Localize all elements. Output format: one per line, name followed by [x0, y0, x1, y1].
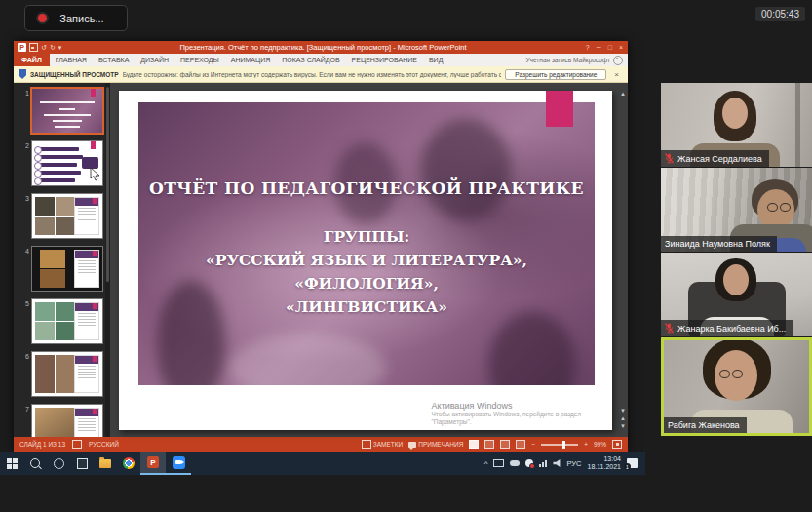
tab-slideshow[interactable]: ПОКАЗ СЛАЙДОВ: [276, 54, 345, 66]
volume-tray-icon[interactable]: [553, 459, 561, 467]
zoom-in-icon[interactable]: +: [584, 441, 588, 448]
accent-chip: [91, 141, 96, 149]
thumbnail-number: 2: [14, 141, 32, 185]
folder-icon: [99, 459, 111, 468]
normal-view-button[interactable]: [469, 440, 479, 449]
powerpoint-logo-icon[interactable]: P: [18, 43, 26, 52]
redo-icon[interactable]: ↻: [50, 43, 56, 52]
tray-expand-icon[interactable]: ^: [484, 459, 488, 468]
fit-to-window-icon[interactable]: [612, 440, 622, 449]
zoom-taskbar-button[interactable]: [166, 452, 191, 475]
scroll-down-icon[interactable]: ▼: [620, 408, 626, 414]
mouse-cursor: [90, 167, 100, 181]
task-view-icon: [77, 458, 88, 469]
powerpoint-workspace: 1 2: [14, 83, 628, 437]
slide-accent-rectangle: [546, 91, 573, 127]
slide-thumbnail-7[interactable]: [32, 405, 102, 437]
account-menu[interactable]: Учетная запись Майкрософт: [525, 54, 628, 66]
slide-thumbnail-5[interactable]: [32, 299, 102, 343]
slide-counter: СЛАЙД 1 ИЗ 13: [19, 441, 65, 448]
recording-indicator[interactable]: Запись...: [24, 5, 128, 31]
slide-thumbnail-6[interactable]: [32, 352, 102, 396]
language-indicator[interactable]: РУССКИЙ: [89, 441, 119, 448]
warning-close-icon[interactable]: ×: [610, 70, 623, 79]
search-icon: [30, 458, 40, 468]
notification-badge: 1: [624, 463, 631, 470]
recording-tray-icon[interactable]: [525, 459, 533, 467]
display-tray-icon[interactable]: [493, 459, 504, 467]
qat-dropdown-icon[interactable]: ▾: [58, 43, 62, 52]
tab-transitions[interactable]: ПЕРЕХОДЫ: [174, 54, 225, 66]
slide-thumbnail-4[interactable]: [32, 247, 102, 291]
save-icon[interactable]: [29, 43, 38, 52]
protected-view-message: Будьте осторожны: файлы из Интернета мог…: [123, 71, 502, 78]
input-language[interactable]: РУС: [566, 459, 581, 468]
taskbar-date: 18.11.2021: [587, 463, 621, 472]
maximize-button[interactable]: □: [608, 44, 612, 51]
powerpoint-window: P ↺ ↻ ▾ Презентация. Отчёт по педпрактик…: [14, 41, 628, 452]
notification-center-icon[interactable]: 1: [627, 458, 638, 468]
participant-video-3[interactable]: Жанарка Бакибаевна Иб...: [661, 253, 812, 336]
taskbar-search-button[interactable]: [23, 452, 47, 475]
enable-editing-button[interactable]: Разрешить редактирование: [505, 69, 606, 80]
tab-home[interactable]: ГЛАВНАЯ: [50, 54, 93, 66]
powerpoint-icon: P: [147, 456, 159, 468]
participant-name-label: Зинаида Наумовна Поляк: [661, 236, 777, 252]
undo-icon[interactable]: ↺: [41, 43, 47, 52]
network-tray-icon[interactable]: [539, 460, 547, 467]
thumbnail-number: 7: [14, 405, 32, 437]
minimize-button[interactable]: ─: [597, 44, 601, 51]
participant-video-2[interactable]: Зинаида Наумовна Поляк: [661, 168, 812, 252]
comments-toggle[interactable]: ПРИМЕЧАНИЯ: [408, 441, 463, 448]
tab-design[interactable]: ДИЗАЙН: [135, 54, 174, 66]
cloud-tray-icon[interactable]: [510, 460, 520, 466]
zoom-level[interactable]: 99%: [594, 441, 606, 448]
cortana-button[interactable]: [47, 452, 70, 475]
status-bar: СЛАЙД 1 ИЗ 13 РУССКИЙ ЗАМЕТКИ ПРИМЕЧАНИЯ…: [14, 437, 628, 452]
zoom-out-icon[interactable]: −: [531, 441, 535, 448]
shield-icon: [19, 69, 26, 79]
cortana-icon: [54, 458, 64, 469]
current-slide: ОТЧЁТ ПО ПЕДАГОГИЧЕСКОЙ ПРАКТИКЕ ГРУППЫ:…: [119, 91, 612, 430]
muted-mic-icon: [665, 323, 674, 334]
zoom-meeting-window: Запись... 00:05:43 P ↺ ↻ ▾ Презентация. …: [0, 0, 812, 512]
participant-name-label: Жансая Сердалиева: [661, 150, 769, 167]
spellcheck-icon[interactable]: [72, 440, 82, 449]
tab-file[interactable]: ФАЙЛ: [14, 54, 50, 66]
taskbar-clock[interactable]: 13:04 18.11.2021: [587, 455, 621, 472]
protected-view-label: ЗАЩИЩЕННЫЙ ПРОСМОТР: [30, 71, 119, 78]
notes-toggle[interactable]: ЗАМЕТКИ: [362, 440, 403, 449]
chrome-button[interactable]: [117, 452, 140, 475]
reading-view-button[interactable]: [500, 440, 510, 449]
recording-dot-icon: [38, 14, 47, 22]
participant-video-4-active-speaker[interactable]: Рабига Жакенова: [661, 337, 812, 436]
powerpoint-taskbar-button[interactable]: P: [140, 452, 166, 475]
thumbnail-number: 5: [14, 299, 32, 343]
close-button[interactable]: ×: [619, 44, 623, 51]
chrome-icon: [123, 457, 135, 469]
start-button[interactable]: [0, 452, 23, 475]
thumbnail-number: 6: [14, 352, 32, 396]
previous-slide-icon[interactable]: ▲: [620, 415, 626, 421]
slide-title: ОТЧЁТ ПО ПЕДАГОГИЧЕСКОЙ ПРАКТИКЕ: [138, 178, 595, 198]
zoom-slider[interactable]: [541, 444, 578, 446]
file-explorer-button[interactable]: [94, 452, 117, 475]
tab-insert[interactable]: ВСТАВКА: [93, 54, 135, 66]
tab-view[interactable]: ВИД: [423, 54, 448, 66]
help-button[interactable]: ?: [586, 44, 590, 51]
participant-video-1[interactable]: Жансая Сердалиева: [661, 83, 812, 167]
title-bar[interactable]: P ↺ ↻ ▾ Презентация. Отчёт по педпрактик…: [14, 41, 628, 54]
tab-review[interactable]: РЕЦЕНЗИРОВАНИЕ: [346, 54, 423, 66]
meeting-timer: 00:05:43: [755, 7, 805, 21]
zoom-slider-thumb[interactable]: [562, 441, 565, 449]
slide-thumbnail-3[interactable]: [32, 194, 102, 238]
task-view-button[interactable]: [70, 452, 94, 475]
accent-chip: [91, 89, 96, 97]
slideshow-view-button[interactable]: [516, 440, 525, 449]
next-slide-icon[interactable]: ▼: [620, 423, 626, 429]
slide-scrollbar[interactable]: ▲ ▼ ▲ ▼: [619, 91, 627, 429]
slide-thumbnail-1[interactable]: [32, 89, 102, 133]
slide-sorter-view-button[interactable]: [484, 440, 494, 449]
tab-animations[interactable]: АНИМАЦИЯ: [225, 54, 277, 66]
scroll-up-icon[interactable]: ▲: [620, 91, 626, 97]
